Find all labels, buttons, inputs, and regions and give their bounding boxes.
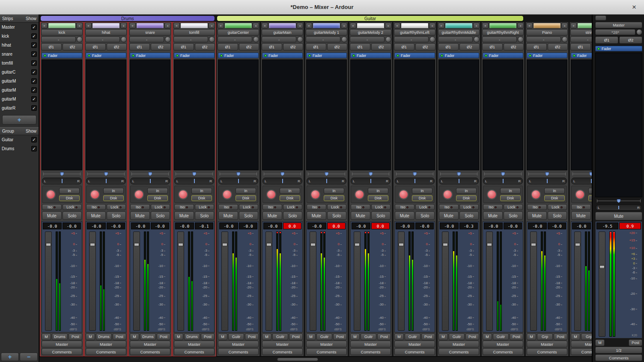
- pan-control[interactable]: L R: [130, 172, 170, 184]
- strip-name-button[interactable]: kick: [41, 29, 83, 36]
- meter-point-button[interactable]: Post: [157, 333, 170, 340]
- strip-name-button[interactable]: guitarRhythmRight: [482, 29, 524, 36]
- trim-knob[interactable]: [562, 36, 568, 42]
- comments-button[interactable]: Comments: [438, 348, 479, 355]
- monitor-input-button[interactable]: In: [236, 188, 256, 194]
- phase-2-button[interactable]: Ø2: [283, 43, 304, 50]
- pan-bar[interactable]: L R: [262, 178, 302, 184]
- monitor-input-button[interactable]: In: [456, 188, 477, 194]
- balance-control[interactable]: L R: [596, 199, 642, 211]
- fader-processor-entry[interactable]: Fader: [527, 53, 567, 58]
- solo-button[interactable]: Solo: [459, 211, 479, 220]
- comments-button[interactable]: Comments: [86, 348, 126, 355]
- strip-color-bar[interactable]: [92, 23, 120, 29]
- fader-handle[interactable]: [310, 243, 316, 246]
- phase-1-button[interactable]: Ø1: [218, 43, 238, 50]
- input-button[interactable]: -: [438, 36, 473, 42]
- fader-handle[interactable]: [90, 243, 95, 246]
- strip-visible-checkbox[interactable]: ✓: [31, 60, 37, 66]
- strip-name-button[interactable]: guitarMelody 2: [350, 29, 391, 36]
- output-button[interactable]: Master: [174, 341, 215, 347]
- pan-handle[interactable]: [369, 172, 373, 176]
- input-button[interactable]: -: [306, 36, 340, 42]
- group-button[interactable]: Drums: [52, 333, 68, 340]
- output-button[interactable]: Master: [483, 341, 523, 347]
- fader-handle[interactable]: [46, 243, 51, 246]
- record-arm-button[interactable]: [531, 190, 541, 199]
- processor-box[interactable]: [262, 59, 303, 170]
- processor-enable-led[interactable]: [573, 54, 575, 57]
- fader-processor-entry[interactable]: Fader: [483, 53, 523, 58]
- solo-lock-button[interactable]: Lock: [504, 204, 523, 210]
- comments-button[interactable]: Comments: [350, 348, 391, 355]
- comments-button[interactable]: Comments: [262, 348, 303, 355]
- solo-button[interactable]: Solo: [195, 211, 215, 220]
- strip-color-bar[interactable]: [136, 23, 164, 29]
- processor-box[interactable]: [438, 59, 479, 170]
- solo-lock-button[interactable]: Lock: [592, 204, 592, 210]
- strip-color-bar[interactable]: [180, 23, 208, 29]
- pan-handle[interactable]: [280, 172, 284, 176]
- gain-fader[interactable]: [133, 231, 140, 331]
- record-arm-button[interactable]: [222, 190, 232, 199]
- processor-box[interactable]: [527, 59, 567, 170]
- meter-point-button[interactable]: Post: [333, 333, 347, 340]
- phase-1-button[interactable]: Ø1: [41, 43, 62, 50]
- monitor-disk-button[interactable]: Disk: [324, 195, 344, 201]
- pan-bar[interactable]: L R: [483, 178, 523, 184]
- master-gain-fader[interactable]: [599, 231, 605, 337]
- pan-control[interactable]: L R: [42, 172, 82, 184]
- fader-handle[interactable]: [134, 243, 139, 246]
- pan-handle[interactable]: [413, 172, 417, 176]
- gain-display[interactable]: -0.0: [263, 223, 282, 229]
- narrow-strip-button[interactable]: «: [129, 23, 136, 29]
- solo-isolate-button[interactable]: Iso: [351, 204, 370, 210]
- input-button[interactable]: -: [526, 36, 561, 42]
- hide-strip-button[interactable]: ×: [209, 23, 215, 29]
- meter-point-button[interactable]: Post: [465, 333, 479, 340]
- pan-control[interactable]: L R: [395, 172, 435, 184]
- solo-button[interactable]: Solo: [548, 211, 567, 220]
- comments-button[interactable]: Comments: [571, 348, 592, 355]
- gain-display[interactable]: -0.0: [572, 223, 591, 229]
- strip-name-button[interactable]: snare: [129, 29, 171, 36]
- monitor-input-button[interactable]: In: [103, 188, 124, 194]
- gain-display[interactable]: -0.0: [307, 223, 326, 229]
- pan-handle[interactable]: [192, 172, 196, 176]
- master-mute-button[interactable]: Mute: [595, 212, 642, 220]
- peak-display[interactable]: -0.0: [63, 223, 81, 229]
- mute-button[interactable]: Mute: [527, 211, 547, 220]
- input-button[interactable]: -: [218, 36, 252, 42]
- gain-display[interactable]: -0.0: [352, 223, 370, 229]
- trim-knob[interactable]: [385, 36, 391, 42]
- trim-knob[interactable]: [121, 36, 127, 42]
- solo-lock-button[interactable]: Lock: [195, 204, 215, 210]
- processor-enable-led[interactable]: [441, 54, 443, 57]
- processor-enable-led[interactable]: [44, 54, 46, 57]
- fader-handle[interactable]: [599, 265, 605, 269]
- phase-1-button[interactable]: Ø1: [394, 43, 414, 50]
- strip-color-bar[interactable]: [445, 23, 473, 29]
- monitor-input-button[interactable]: In: [412, 188, 432, 194]
- phase-2-button[interactable]: Ø2: [592, 43, 592, 50]
- meter-point-button[interactable]: Post: [245, 333, 259, 340]
- pan-handle[interactable]: [617, 199, 621, 203]
- meter-point-button[interactable]: Post: [629, 339, 642, 346]
- sidebar-group-row[interactable]: Guitar✓: [0, 135, 39, 144]
- processor-enable-led[interactable]: [132, 54, 134, 57]
- add-group-button[interactable]: +: [1, 353, 19, 361]
- pan-control[interactable]: L R: [483, 172, 523, 184]
- comments-button[interactable]: Comments: [483, 348, 523, 355]
- trim-knob[interactable]: [209, 36, 215, 42]
- pan-control[interactable]: L R: [218, 172, 258, 184]
- strip-visible-checkbox[interactable]: ✓: [31, 87, 37, 93]
- strip-visible-checkbox[interactable]: ✓: [31, 33, 37, 39]
- phase-1-button[interactable]: Ø1: [129, 43, 150, 50]
- solo-button[interactable]: Solo: [107, 211, 126, 220]
- fader-processor-entry[interactable]: Fader: [218, 53, 259, 58]
- processor-enable-led[interactable]: [176, 54, 179, 57]
- peak-display[interactable]: 0.0: [371, 223, 390, 229]
- group-show-checkbox[interactable]: ✓: [31, 137, 37, 142]
- fader-processor-entry[interactable]: Fader: [438, 53, 479, 58]
- solo-isolate-button[interactable]: Iso: [130, 204, 150, 210]
